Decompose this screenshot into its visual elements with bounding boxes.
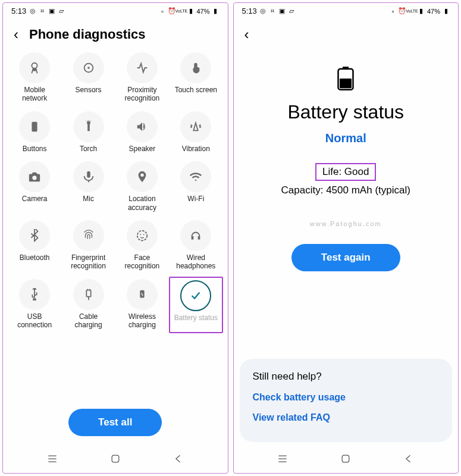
svg-rect-10 <box>340 79 352 88</box>
back-nav-button[interactable] <box>167 453 190 465</box>
tile-label: Mic <box>83 195 94 203</box>
battery-content: Battery status Normal Life: Good Capacit… <box>234 49 459 354</box>
whatsapp-icon: ◎ <box>29 7 36 15</box>
svg-point-0 <box>87 67 90 69</box>
check-icon <box>180 280 211 311</box>
diag-tile-check[interactable]: Battery status <box>169 277 222 333</box>
page-title: Phone diagnostics <box>29 27 146 42</box>
diag-tile-touch[interactable]: Touch screen <box>169 50 222 107</box>
header: ‹ Phone diagnostics <box>3 17 228 49</box>
diag-tile-buttons[interactable]: Buttons <box>8 109 61 156</box>
back-nav-button[interactable] <box>397 453 421 465</box>
face-icon <box>127 220 158 251</box>
usb-icon <box>19 279 50 310</box>
proximity-icon <box>127 52 158 83</box>
alarm-icon: ⏰ <box>399 7 406 15</box>
tile-label: Battery status <box>174 314 218 322</box>
tile-label: Vibration <box>182 145 210 153</box>
diag-tile-speaker[interactable]: Speaker <box>115 109 169 156</box>
tile-label: Fingerprint recognition <box>65 253 112 271</box>
status-time: 5:13 <box>11 7 26 15</box>
diag-tile-camera[interactable]: Camera <box>8 159 61 215</box>
speaker-icon <box>127 111 158 142</box>
svg-rect-5 <box>86 290 90 296</box>
slack-icon: ⌗ <box>38 7 46 15</box>
back-button[interactable]: ‹ <box>14 26 18 43</box>
cable-charge-icon <box>73 279 104 310</box>
tile-label: Torch <box>80 145 97 153</box>
battery-percent: 47% <box>427 8 440 15</box>
diag-tile-cable-charge[interactable]: Cable charging <box>61 277 115 333</box>
diag-tile-usb[interactable]: USB connection <box>8 277 61 333</box>
view-faq-link[interactable]: View related FAQ <box>253 412 440 423</box>
diag-tile-proximity[interactable]: Proximity recognition <box>115 50 169 107</box>
buttons-icon <box>19 111 50 142</box>
battery-status-screen: 5:13 ◎ ⌗ ▣ ▱ ▫ ⏰ VoLTE ▮ 47% ▮ ‹ Battery… <box>233 2 459 474</box>
wireless-charge-icon <box>127 279 158 310</box>
svg-point-3 <box>140 234 141 235</box>
diag-tile-face[interactable]: Face recognition <box>115 218 169 274</box>
battery-capacity: Capacity: 4500 mAh (typical) <box>281 184 410 196</box>
headphones-icon <box>180 220 211 251</box>
nav-bar <box>3 444 228 473</box>
signal-icon: ▮ <box>187 7 195 15</box>
tile-label: USB connection <box>11 312 58 330</box>
mic-icon <box>73 161 104 192</box>
vibration-icon <box>180 111 211 142</box>
home-button[interactable] <box>334 453 357 465</box>
svg-point-2 <box>137 231 148 241</box>
svg-rect-7 <box>112 455 119 462</box>
diag-tile-headphones[interactable]: Wired headphones <box>169 218 222 274</box>
alarm-icon: ⏰ <box>168 7 175 15</box>
camera-icon <box>19 161 50 192</box>
back-button[interactable]: ‹ <box>244 26 249 43</box>
fingerprint-icon <box>73 220 104 251</box>
check-battery-usage-link[interactable]: Check battery usage <box>253 392 440 403</box>
diag-tile-location[interactable]: Location accuracy <box>115 159 169 215</box>
home-button[interactable] <box>104 453 127 465</box>
diagnostics-grid: Mobile networkSensorsProximity recogniti… <box>3 49 228 403</box>
volte-icon: VoLTE <box>177 7 185 15</box>
tile-label: Buttons <box>23 145 47 153</box>
recents-button[interactable] <box>271 453 294 465</box>
diag-tile-bluetooth[interactable]: Bluetooth <box>8 218 61 274</box>
instagram-icon: ▣ <box>278 7 286 15</box>
tile-label: Proximity recognition <box>118 86 166 103</box>
phone-diagnostics-screen: 5:13 ◎ ⌗ ▣ ▱ ▫ ⏰ VoLTE ▮ 47% ▮ ‹ Phone d… <box>2 2 228 474</box>
sensors-icon <box>73 52 104 83</box>
volte-icon: VoLTE <box>408 7 416 15</box>
signal-icon: ▮ <box>418 7 425 15</box>
whatsapp-icon: ◎ <box>259 7 267 15</box>
watermark: www.Patoghu.com <box>310 220 382 227</box>
touch-icon <box>180 52 211 83</box>
gallery-icon: ▱ <box>288 7 296 15</box>
battery-status-value: Normal <box>325 131 366 145</box>
bluetooth-icon <box>19 220 50 251</box>
diag-tile-mic[interactable]: Mic <box>61 159 115 215</box>
tile-label: Wired headphones <box>172 253 219 271</box>
svg-rect-11 <box>342 455 349 462</box>
test-again-button[interactable]: Test again <box>291 244 400 271</box>
gallery-icon: ▱ <box>57 7 65 15</box>
status-bar: 5:13 ◎ ⌗ ▣ ▱ ▫ ⏰ VoLTE ▮ 47% ▮ <box>3 3 228 17</box>
diag-tile-fingerprint[interactable]: Fingerprint recognition <box>61 218 115 274</box>
battery-title: Battery status <box>287 101 404 123</box>
torch-icon <box>73 111 104 142</box>
diag-tile-vibration[interactable]: Vibration <box>169 109 222 156</box>
diag-tile-sensors[interactable]: Sensors <box>61 50 115 107</box>
battery-large-icon <box>337 67 355 90</box>
diag-tile-torch[interactable]: Torch <box>61 109 115 156</box>
diag-tile-wifi[interactable]: Wi-Fi <box>169 159 222 215</box>
diag-tile-antenna[interactable]: Mobile network <box>8 50 61 107</box>
tile-label: Bluetooth <box>20 253 50 262</box>
diag-tile-wireless-charge[interactable]: Wireless charging <box>115 277 169 333</box>
tile-label: Sensors <box>76 86 102 94</box>
status-bar: 5:13 ◎ ⌗ ▣ ▱ ▫ ⏰ VoLTE ▮ 47% ▮ <box>234 3 459 17</box>
tile-label: Cable charging <box>65 312 112 330</box>
nav-bar <box>234 444 459 473</box>
tile-label: Touch screen <box>175 86 217 94</box>
test-all-button[interactable]: Test all <box>68 409 162 436</box>
battery-icon: ▮ <box>212 7 219 15</box>
recents-button[interactable] <box>40 453 64 465</box>
tile-label: Wireless charging <box>118 312 166 330</box>
